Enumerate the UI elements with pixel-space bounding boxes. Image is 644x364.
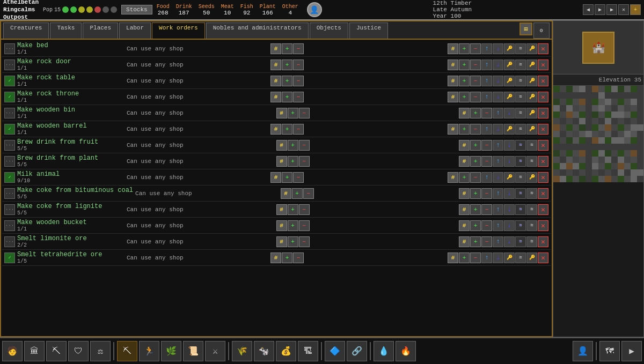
tab-tasks[interactable]: Tasks bbox=[50, 23, 82, 39]
order-info2-9[interactable]: ≋ bbox=[526, 188, 537, 199]
order-dn-12[interactable]: ↓ bbox=[504, 236, 515, 247]
order-up-4[interactable]: ↑ bbox=[493, 108, 503, 118]
order-minus-12[interactable]: − bbox=[299, 236, 310, 247]
order-hash-2[interactable]: # bbox=[270, 76, 281, 86]
order-minus-13[interactable]: − bbox=[293, 252, 304, 263]
order-hash2-3[interactable]: # bbox=[448, 92, 458, 102]
taskbar-arrow-right[interactable]: ▶ bbox=[621, 341, 642, 361]
order-del-2[interactable]: ✕ bbox=[538, 76, 548, 86]
order-dn-5[interactable]: ↓ bbox=[493, 124, 503, 135]
order-up-1[interactable]: ↑ bbox=[481, 60, 492, 70]
tab-workorders[interactable]: Work orders bbox=[152, 23, 205, 39]
order-hash-1[interactable]: # bbox=[270, 60, 281, 70]
order-key2-5[interactable]: 🔑 bbox=[526, 124, 537, 135]
order-hash2-5[interactable]: # bbox=[448, 124, 458, 135]
corner-btn-3[interactable]: ▶ bbox=[606, 4, 617, 15]
taskbar-portrait[interactable]: 👤 bbox=[573, 341, 593, 361]
order-del-13[interactable]: ✕ bbox=[538, 252, 548, 263]
order-up-0[interactable]: ↑ bbox=[481, 43, 492, 54]
order-hash-5[interactable]: # bbox=[270, 124, 281, 135]
order-status-4[interactable]: ··· bbox=[4, 108, 15, 118]
order-name-7[interactable]: Brew drink from plant bbox=[17, 154, 125, 162]
taskbar-figure[interactable]: 🏃 bbox=[139, 341, 159, 361]
order-key-0[interactable]: 🔑 bbox=[504, 43, 515, 54]
order-plus2-7[interactable]: + bbox=[470, 156, 481, 167]
order-minus2-3[interactable]: − bbox=[470, 92, 481, 102]
order-dn-8[interactable]: ↓ bbox=[493, 172, 503, 183]
order-dn-6[interactable]: ↓ bbox=[504, 140, 515, 151]
order-status-0[interactable]: ··· bbox=[4, 43, 15, 54]
add-order-button[interactable]: ⊞ bbox=[519, 23, 532, 35]
taskbar-water[interactable]: 💧 bbox=[374, 341, 394, 361]
order-del-11[interactable]: ✕ bbox=[538, 220, 548, 231]
order-hash-3[interactable]: # bbox=[270, 92, 281, 102]
order-special-12[interactable]: ≋ bbox=[515, 236, 526, 247]
order-special-9[interactable]: ≋ bbox=[515, 188, 526, 199]
order-key-1[interactable]: 🔑 bbox=[504, 60, 515, 70]
order-dn-13[interactable]: ↓ bbox=[493, 252, 503, 263]
order-minus2-12[interactable]: − bbox=[481, 236, 492, 247]
taskbar-fire[interactable]: 🔥 bbox=[396, 341, 416, 361]
order-key-13[interactable]: 🔑 bbox=[504, 252, 515, 263]
order-special-7[interactable]: ≋ bbox=[515, 156, 526, 167]
order-info2-13[interactable]: ≋ bbox=[515, 252, 526, 263]
order-up-7[interactable]: ↑ bbox=[493, 156, 503, 167]
order-hash2-8[interactable]: # bbox=[448, 172, 458, 183]
order-minus-8[interactable]: − bbox=[293, 172, 304, 183]
taskbar-farm[interactable]: 🌾 bbox=[232, 341, 252, 361]
order-plus2-5[interactable]: + bbox=[459, 124, 470, 135]
order-minus2-10[interactable]: − bbox=[481, 204, 492, 215]
order-name-3[interactable]: Make rock throne bbox=[17, 90, 125, 98]
order-dn-11[interactable]: ↓ bbox=[504, 220, 515, 231]
order-hash2-4[interactable]: # bbox=[459, 108, 470, 118]
order-plus2-6[interactable]: + bbox=[470, 140, 481, 151]
order-hash2-9[interactable]: # bbox=[459, 188, 470, 199]
order-hash-4[interactable]: # bbox=[276, 108, 287, 118]
order-up-8[interactable]: ↑ bbox=[481, 172, 492, 183]
order-key-5[interactable]: 🔑 bbox=[504, 124, 515, 135]
order-key-8[interactable]: 🔑 bbox=[504, 172, 515, 183]
order-minus-5[interactable]: − bbox=[293, 124, 304, 135]
taskbar-scroll[interactable]: 📜 bbox=[183, 341, 203, 361]
order-plus2-3[interactable]: + bbox=[459, 92, 470, 102]
order-up-11[interactable]: ↑ bbox=[493, 220, 503, 231]
taskbar-leaf[interactable]: 🌿 bbox=[161, 341, 181, 361]
order-minus-11[interactable]: − bbox=[299, 220, 310, 231]
order-del-6[interactable]: ✕ bbox=[538, 140, 548, 151]
order-minus-1[interactable]: − bbox=[293, 60, 304, 70]
taskbar-map[interactable]: 🗺 bbox=[599, 341, 620, 361]
order-status-11[interactable]: ··· bbox=[4, 220, 15, 231]
order-up-3[interactable]: ↑ bbox=[481, 92, 492, 102]
order-plus2-2[interactable]: + bbox=[459, 76, 470, 86]
order-hash2-6[interactable]: # bbox=[459, 140, 470, 151]
order-hash-13[interactable]: # bbox=[270, 252, 281, 263]
order-plus2-9[interactable]: + bbox=[470, 188, 481, 199]
order-plus-13[interactable]: + bbox=[282, 252, 292, 263]
order-info2-10[interactable]: ≋ bbox=[526, 204, 537, 215]
order-minus-9[interactable]: − bbox=[303, 188, 314, 199]
order-info2-11[interactable]: ≋ bbox=[526, 220, 537, 231]
taskbar-build2[interactable]: 🏗 bbox=[298, 341, 318, 361]
taskbar-dwarf[interactable]: 🧑 bbox=[2, 341, 23, 361]
order-up-5[interactable]: ↑ bbox=[481, 124, 492, 135]
order-key2-2[interactable]: 🔑 bbox=[526, 76, 537, 86]
order-hash2-2[interactable]: # bbox=[448, 76, 458, 86]
taskbar-scale[interactable]: ⚖ bbox=[90, 341, 111, 361]
order-up-9[interactable]: ↑ bbox=[493, 188, 503, 199]
order-plus2-0[interactable]: + bbox=[459, 43, 470, 54]
order-del-8[interactable]: ✕ bbox=[538, 172, 548, 183]
order-name-5[interactable]: Make wooden barrel bbox=[17, 122, 125, 130]
order-key-3[interactable]: 🔑 bbox=[504, 92, 515, 102]
order-status-10[interactable]: ··· bbox=[4, 204, 15, 215]
order-key2-1[interactable]: 🔑 bbox=[526, 60, 537, 70]
order-plus2-13[interactable]: + bbox=[459, 252, 470, 263]
order-plus-9[interactable]: + bbox=[292, 188, 303, 199]
order-plus-2[interactable]: + bbox=[282, 76, 292, 86]
order-key-2[interactable]: 🔑 bbox=[504, 76, 515, 86]
taskbar-pickaxe[interactable]: ⛏ bbox=[46, 341, 67, 361]
order-del-12[interactable]: ✕ bbox=[538, 236, 548, 247]
corner-btn-5[interactable]: + bbox=[630, 4, 641, 15]
corner-btn-2[interactable]: ▶ bbox=[595, 4, 605, 15]
order-hash2-11[interactable]: # bbox=[459, 220, 470, 231]
order-up-13[interactable]: ↑ bbox=[481, 252, 492, 263]
